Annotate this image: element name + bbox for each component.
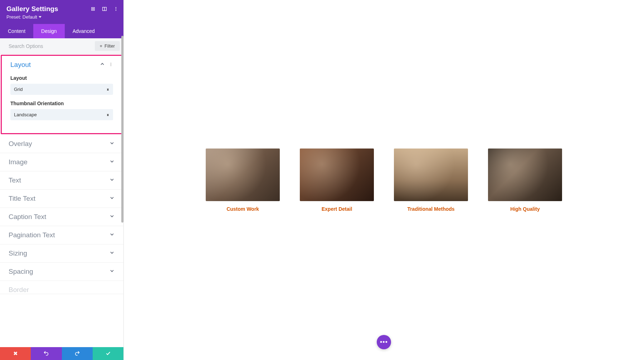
section-spacing: Spacing: [0, 263, 123, 281]
svg-point-7: [111, 63, 111, 64]
search-row: + Filter: [0, 38, 123, 54]
preview-area: Custom Work Expert Detail Traditional Me…: [124, 0, 644, 360]
layout-field-label: Layout: [10, 75, 113, 81]
svg-point-9: [111, 65, 111, 66]
undo-button[interactable]: [31, 347, 62, 360]
section-title-sizing: Sizing: [9, 249, 27, 257]
section-title-overlay: Overlay: [9, 140, 32, 148]
gallery-image: [394, 149, 468, 201]
thumb-field-label: Thumbnail Orientation: [10, 101, 113, 106]
section-sizing: Sizing: [0, 244, 123, 263]
gallery-image: [300, 149, 374, 201]
section-image: Image: [0, 153, 123, 171]
section-more-icon[interactable]: [109, 62, 113, 68]
search-input[interactable]: [9, 43, 95, 49]
sidebar-scrollbar[interactable]: [121, 36, 123, 347]
svg-point-6: [116, 10, 116, 11]
gallery-item[interactable]: Expert Detail: [300, 149, 374, 212]
section-title-text: Text: [9, 176, 21, 184]
gallery-item[interactable]: Custom Work: [206, 149, 280, 212]
undo-icon: [43, 350, 49, 357]
section-title-captiontext: Caption Text: [9, 213, 46, 221]
svg-point-1: [93, 9, 94, 10]
chevron-down-icon: [109, 213, 115, 220]
gallery-item[interactable]: High Quality: [488, 149, 562, 212]
chevron-down-icon: [109, 268, 115, 275]
panel-icon[interactable]: [101, 6, 108, 12]
ellipsis-icon: •••: [380, 339, 388, 346]
section-title-border: Border: [9, 286, 29, 294]
plus-icon: +: [100, 43, 103, 49]
chevron-down-icon: [109, 159, 115, 166]
footer-actions: ✖: [0, 347, 123, 360]
chevron-down-icon: [109, 195, 115, 202]
section-title-layout: Layout: [10, 61, 31, 69]
section-pagination-text: Pagination Text: [0, 226, 123, 244]
section-text: Text: [0, 171, 123, 190]
section-layout: Layout Layout: [1, 55, 123, 134]
section-header-pagination-text[interactable]: Pagination Text: [0, 226, 123, 244]
gallery-caption: Custom Work: [206, 206, 280, 212]
filter-label: Filter: [104, 43, 115, 49]
section-title-paginationtext: Pagination Text: [9, 231, 55, 239]
section-border: Border: [0, 281, 123, 294]
section-header-spacing[interactable]: Spacing: [0, 263, 123, 281]
svg-point-5: [116, 9, 116, 9]
section-header-border[interactable]: Border: [0, 281, 123, 294]
filter-button[interactable]: + Filter: [95, 41, 120, 51]
sections-list[interactable]: Layout Layout: [0, 54, 123, 347]
section-header-sizing[interactable]: Sizing: [0, 244, 123, 262]
section-body-layout: Layout Grid ▲▼ Thumbnail Orientation: [2, 74, 122, 133]
redo-icon: [74, 350, 80, 357]
scrollbar-thumb[interactable]: [121, 36, 123, 223]
section-title-text: Title Text: [0, 190, 123, 208]
tab-design[interactable]: Design: [33, 24, 65, 38]
redo-button[interactable]: [62, 347, 93, 360]
thumbnail-select[interactable]: Landscape: [10, 109, 113, 120]
svg-point-8: [111, 64, 111, 65]
settings-sidebar: Gallery Settings Preset: Default Content: [0, 0, 124, 360]
chevron-down-icon: [109, 177, 115, 184]
close-icon: ✖: [13, 350, 18, 357]
sidebar-header: Gallery Settings Preset: Default: [0, 0, 123, 24]
section-title-spacing: Spacing: [9, 268, 33, 276]
section-title-image: Image: [9, 158, 28, 166]
tab-advanced[interactable]: Advanced: [65, 24, 103, 38]
svg-point-4: [116, 7, 116, 8]
more-icon[interactable]: [113, 6, 119, 12]
gallery-image: [488, 149, 562, 201]
fab-more-button[interactable]: •••: [377, 335, 391, 349]
chevron-up-icon: [99, 61, 105, 68]
section-title-titletext: Title Text: [9, 195, 35, 203]
gallery-caption: High Quality: [488, 206, 562, 212]
gallery-caption: Expert Detail: [300, 206, 374, 212]
check-icon: [105, 350, 111, 357]
section-header-text[interactable]: Text: [0, 171, 123, 189]
cancel-button[interactable]: ✖: [0, 347, 31, 360]
gallery-caption: Traditional Methods: [394, 206, 468, 212]
section-header-overlay[interactable]: Overlay: [0, 135, 123, 153]
section-header-image[interactable]: Image: [0, 153, 123, 171]
layout-select[interactable]: Grid: [10, 84, 113, 95]
gallery-item[interactable]: Traditional Methods: [394, 149, 468, 212]
caret-down-icon: [39, 16, 42, 18]
preset-label: Preset: Default: [6, 14, 37, 20]
section-header-title-text[interactable]: Title Text: [0, 190, 123, 208]
section-caption-text: Caption Text: [0, 208, 123, 226]
gallery-image: [206, 149, 280, 201]
tab-content[interactable]: Content: [0, 24, 33, 38]
preset-dropdown[interactable]: Preset: Default: [6, 14, 117, 20]
section-header-layout[interactable]: Layout: [2, 56, 122, 74]
settings-tabs: Content Design Advanced: [0, 24, 123, 38]
save-button[interactable]: [93, 347, 123, 360]
chevron-down-icon: [109, 250, 115, 257]
chevron-down-icon: [109, 140, 115, 147]
expand-icon[interactable]: [90, 6, 96, 12]
chevron-down-icon: [109, 232, 115, 239]
section-overlay: Overlay: [0, 135, 123, 153]
gallery-grid: Custom Work Expert Detail Traditional Me…: [206, 149, 562, 212]
section-header-caption-text[interactable]: Caption Text: [0, 208, 123, 226]
